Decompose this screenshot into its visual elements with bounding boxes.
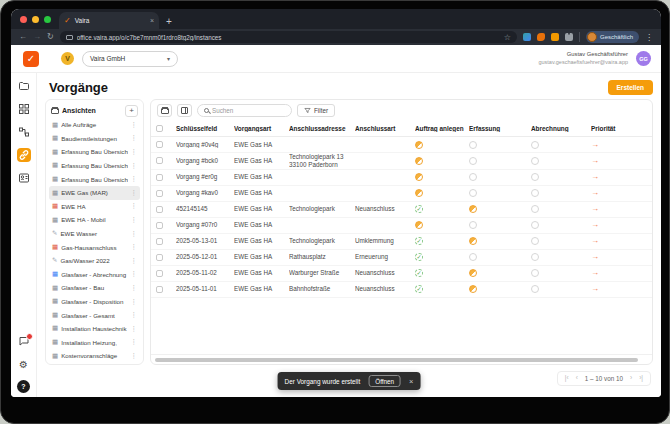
view-menu-kebab-icon[interactable]: ⋮: [131, 257, 138, 265]
tab-close-icon[interactable]: ×: [150, 17, 154, 24]
first-page-icon[interactable]: |‹: [565, 375, 569, 382]
row-checkbox[interactable]: [156, 174, 163, 181]
view-menu-kebab-icon[interactable]: ⋮: [131, 148, 138, 156]
table-row[interactable]: 2025-05-11-02EWE Gas HAWarburger StraßeN…: [151, 266, 652, 282]
view-list-item[interactable]: ▦Glasfaser - Bau⋮: [49, 281, 140, 295]
view-menu-kebab-icon[interactable]: ⋮: [131, 298, 138, 306]
horizontal-scrollbar[interactable]: [155, 358, 638, 362]
view-menu-kebab-icon[interactable]: ⋮: [131, 325, 138, 333]
view-menu-kebab-icon[interactable]: ⋮: [131, 311, 138, 319]
group-folder-button[interactable]: [157, 104, 172, 117]
column-header[interactable]: Anschlussadresse: [289, 125, 355, 132]
dashboard-icon[interactable]: [17, 102, 31, 116]
column-header[interactable]: Abrechnung: [531, 125, 591, 132]
view-menu-kebab-icon[interactable]: ⋮: [131, 338, 138, 346]
view-list-item[interactable]: ▦Erfassung Bau Übersicht⋮: [49, 172, 140, 186]
create-button[interactable]: Erstellen: [608, 80, 653, 95]
browser-profile-chip[interactable]: Geschäftlich: [586, 31, 639, 43]
view-list-item[interactable]: ▦Installation Haustechnik⋮: [49, 322, 140, 336]
extensions-puzzle-icon[interactable]: [565, 33, 573, 41]
filter-button[interactable]: Filter: [297, 104, 335, 117]
view-list-item[interactable]: ▦Installation Heizung,⋮: [49, 336, 140, 350]
contacts-icon[interactable]: [17, 171, 31, 185]
browser-menu-icon[interactable]: ⋮: [645, 33, 653, 42]
table-row[interactable]: 2025-05-13-01EWE Gas HATechnologieparkUm…: [151, 234, 652, 250]
view-menu-kebab-icon[interactable]: ⋮: [131, 189, 138, 197]
view-list-item[interactable]: ✎EWE Wasser⋮: [49, 227, 140, 241]
next-page-icon[interactable]: ›: [630, 375, 632, 382]
instances-link-icon[interactable]: [17, 148, 31, 162]
browser-tab[interactable]: ✓ Vaira ×: [59, 12, 159, 29]
view-list-item[interactable]: ▦Baudienstleistungen⋮: [49, 132, 140, 146]
view-menu-kebab-icon[interactable]: ⋮: [131, 284, 138, 292]
back-icon[interactable]: ←: [19, 33, 27, 41]
address-bar[interactable]: office.vaira.app/o/c7be7mnm0f1rdro8tg2g/…: [60, 31, 517, 43]
table-row[interactable]: 2025-05-11-01EWE Gas HABahnhofstraßeNeua…: [151, 282, 652, 298]
org-select-dropdown[interactable]: Vaira GmbH ▾: [82, 51, 178, 67]
view-list-item[interactable]: ▦Kostenvoranschläge⋮: [49, 349, 140, 361]
column-header[interactable]: Priorität: [591, 125, 652, 132]
toast-open-button[interactable]: Öffnen: [368, 375, 401, 387]
view-menu-kebab-icon[interactable]: ⋮: [131, 202, 138, 210]
column-header[interactable]: Auftrag anlegen: [415, 125, 469, 132]
view-menu-kebab-icon[interactable]: ⋮: [131, 175, 138, 183]
toast-close-icon[interactable]: ×: [409, 377, 413, 386]
view-list-item[interactable]: ▦Glasfaser - Gesamt⋮: [49, 308, 140, 322]
extension-icon-1[interactable]: [523, 33, 531, 41]
row-checkbox[interactable]: [156, 222, 163, 229]
column-header[interactable]: Anschlussart: [355, 125, 415, 132]
select-all-checkbox[interactable]: [156, 125, 163, 132]
view-menu-kebab-icon[interactable]: ⋮: [131, 162, 138, 170]
view-menu-kebab-icon[interactable]: ⋮: [131, 243, 138, 251]
column-header[interactable]: Vorgangsart: [234, 125, 289, 132]
view-list-item[interactable]: ▦Erfassung Bau Übersicht⋮: [49, 145, 140, 159]
view-list-item[interactable]: ▦EWE HA⋮: [49, 200, 140, 214]
view-menu-kebab-icon[interactable]: ⋮: [131, 134, 138, 142]
row-checkbox[interactable]: [156, 206, 163, 213]
new-tab-button[interactable]: +: [166, 17, 172, 27]
row-checkbox[interactable]: [156, 286, 163, 293]
table-row[interactable]: 2025-05-12-01EWE Gas HARathausplatzErneu…: [151, 250, 652, 266]
extension-icon-3[interactable]: [551, 33, 559, 41]
column-header[interactable]: Erfassung: [469, 125, 531, 132]
view-list-item[interactable]: ✎Gas/Wasser 2022⋮: [49, 254, 140, 268]
row-checkbox[interactable]: [156, 270, 163, 277]
view-list-item[interactable]: ▦EWE Gas (MAR)⋮: [49, 186, 140, 200]
prev-page-icon[interactable]: ‹: [576, 375, 578, 382]
settings-gear-icon[interactable]: ⚙: [17, 357, 31, 371]
add-view-button[interactable]: +: [125, 105, 138, 117]
row-checkbox[interactable]: [156, 157, 163, 164]
view-menu-kebab-icon[interactable]: ⋮: [131, 270, 138, 278]
user-avatar[interactable]: GG: [636, 51, 651, 66]
help-button[interactable]: ?: [17, 380, 30, 393]
last-page-icon[interactable]: ›|: [639, 375, 643, 382]
view-list-item[interactable]: ▦Alle Aufträge⋮: [49, 118, 140, 132]
view-list-item[interactable]: ▦Erfassung Bau Übersicht⋮: [49, 159, 140, 173]
workflow-icon[interactable]: [17, 125, 31, 139]
feedback-chat-icon[interactable]: [17, 334, 31, 348]
view-list-item[interactable]: ▦Gas-Hausanschluss⋮: [49, 240, 140, 254]
minimize-window-button[interactable]: [32, 16, 39, 23]
row-checkbox[interactable]: [156, 141, 163, 148]
table-row[interactable]: Vorgang #er0gEWE Gas HA→: [151, 170, 652, 186]
bookmark-star-icon[interactable]: ☆: [504, 33, 511, 42]
forward-icon[interactable]: →: [33, 33, 41, 41]
projects-folder-icon[interactable]: [17, 79, 31, 93]
maximize-window-button[interactable]: [44, 16, 51, 23]
table-row[interactable]: Vorgang #0v4gEWE Gas HA→: [151, 137, 652, 153]
view-menu-kebab-icon[interactable]: ⋮: [131, 121, 138, 129]
view-list-item[interactable]: ▦EWE HA - Mobil⋮: [49, 213, 140, 227]
row-checkbox[interactable]: [156, 238, 163, 245]
column-header[interactable]: Schlüsselfeld: [176, 125, 234, 132]
row-checkbox[interactable]: [156, 254, 163, 261]
table-row[interactable]: 452145145EWE Gas HATechnologieparkNeuans…: [151, 202, 652, 218]
site-info-icon[interactable]: [66, 35, 73, 40]
view-menu-kebab-icon[interactable]: ⋮: [131, 352, 138, 360]
view-menu-kebab-icon[interactable]: ⋮: [131, 216, 138, 224]
columns-button[interactable]: [177, 104, 192, 117]
view-menu-kebab-icon[interactable]: ⋮: [131, 230, 138, 238]
row-checkbox[interactable]: [156, 190, 163, 197]
view-list-item[interactable]: ▦Glasfaser - Disposition⋮: [49, 295, 140, 309]
search-input[interactable]: Suchen: [197, 104, 292, 117]
reload-icon[interactable]: ↻: [47, 33, 54, 41]
